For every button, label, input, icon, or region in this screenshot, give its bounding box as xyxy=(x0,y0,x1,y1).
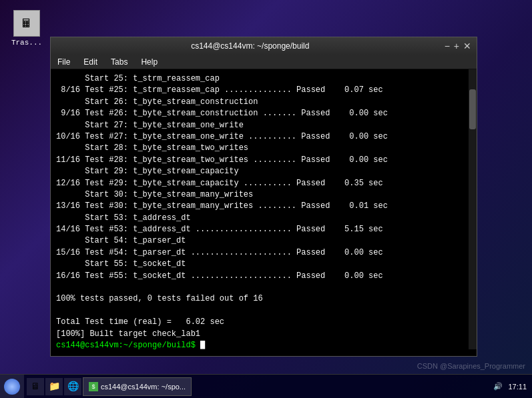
calculator-icon: 🖩 xyxy=(13,10,40,37)
minimize-button[interactable]: − xyxy=(445,41,450,51)
title-bar-title: cs144@cs144vm: ~/sponge/build xyxy=(56,41,445,51)
menu-help[interactable]: Help xyxy=(137,56,162,68)
start-icon xyxy=(4,379,20,395)
scrollbar[interactable] xyxy=(469,69,477,349)
taskbar-icon-2[interactable]: 📁 xyxy=(45,378,63,395)
terminal-output: Start 25: t_strm_reassem_cap 8/16 Test #… xyxy=(56,73,471,351)
title-bar: cs144@cs144vm: ~/sponge/build − + ✕ xyxy=(51,37,477,55)
close-button[interactable]: ✕ xyxy=(463,41,471,51)
maximize-button[interactable]: + xyxy=(454,41,459,51)
taskbar-network-icon: 🔊 xyxy=(493,382,503,391)
title-bar-controls: − + ✕ xyxy=(445,41,471,51)
taskbar-clock: 17:11 xyxy=(508,383,527,391)
menu-tabs[interactable]: Tabs xyxy=(107,56,131,68)
menu-bar: File Edit Tabs Help xyxy=(51,55,477,69)
taskbar: 🖥 📁 🌐 $ cs144@cs144vm: ~/spo... 🔊 17:11 xyxy=(0,374,532,398)
start-button[interactable] xyxy=(0,375,24,399)
taskbar-right: 🔊 17:11 xyxy=(488,382,532,391)
menu-file[interactable]: File xyxy=(53,56,74,68)
taskbar-terminal-label: cs144@cs144vm: ~/spo... xyxy=(101,383,186,391)
menu-edit[interactable]: Edit xyxy=(79,56,101,68)
taskbar-items: 🖥 📁 🌐 $ cs144@cs144vm: ~/spo... xyxy=(24,377,488,396)
taskbar-icon-1[interactable]: 🖥 xyxy=(27,378,44,395)
taskbar-terminal-icon: $ xyxy=(89,382,98,391)
taskbar-terminal-item[interactable]: $ cs144@cs144vm: ~/spo... xyxy=(83,377,192,396)
terminal-cursor: █ xyxy=(200,341,205,350)
terminal-body[interactable]: Start 25: t_strm_reassem_cap 8/16 Test #… xyxy=(51,69,477,356)
taskbar-icon-3[interactable]: 🌐 xyxy=(64,378,81,395)
watermark: CSDN @Sarapines_Programmer xyxy=(417,362,525,370)
scrollbar-thumb[interactable] xyxy=(469,89,476,129)
desktop-icon-label: Tras... xyxy=(11,39,42,47)
desktop-icon-calculator[interactable]: 🖩 Tras... xyxy=(7,10,47,47)
terminal-prompt: cs144@cs144vm:~/sponge/build$ xyxy=(56,341,196,350)
terminal-window: cs144@cs144vm: ~/sponge/build − + ✕ File… xyxy=(50,37,477,357)
